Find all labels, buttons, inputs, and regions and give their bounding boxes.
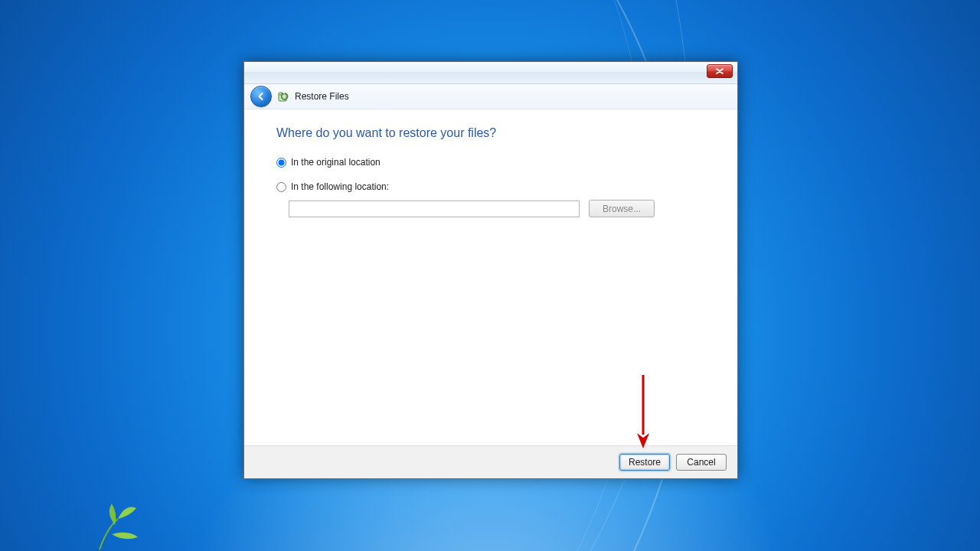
close-button[interactable] (707, 64, 733, 78)
option-following-location[interactable]: In the following location: (276, 181, 705, 192)
restore-files-dialog: Restore Files Where do you want to resto… (243, 61, 738, 479)
close-icon (716, 68, 724, 74)
restore-button[interactable]: Restore (619, 454, 670, 471)
radio-original[interactable] (276, 158, 286, 168)
decorative-leaf (92, 497, 184, 551)
dialog-footer: Restore Cancel (244, 445, 737, 478)
content-area: Where do you want to restore your files?… (244, 109, 737, 445)
option-original-location[interactable]: In the original location (276, 157, 705, 168)
browse-button[interactable]: Browse... (589, 200, 655, 217)
location-path-input[interactable] (289, 201, 580, 217)
back-button[interactable] (250, 86, 272, 107)
desktop-background: Restore Files Where do you want to resto… (0, 0, 980, 551)
location-input-row: Browse... (289, 200, 705, 217)
page-heading: Where do you want to restore your files? (276, 126, 705, 140)
option-following-label: In the following location: (291, 181, 389, 192)
navbar-title-group: Restore Files (278, 90, 349, 103)
cancel-button[interactable]: Cancel (676, 454, 727, 471)
titlebar[interactable] (244, 62, 737, 84)
radio-following[interactable] (276, 182, 286, 192)
navbar: Restore Files (244, 84, 737, 109)
back-arrow-icon (256, 91, 266, 102)
window-title: Restore Files (295, 91, 349, 102)
option-original-label: In the original location (291, 157, 381, 168)
restore-files-icon (278, 90, 290, 103)
